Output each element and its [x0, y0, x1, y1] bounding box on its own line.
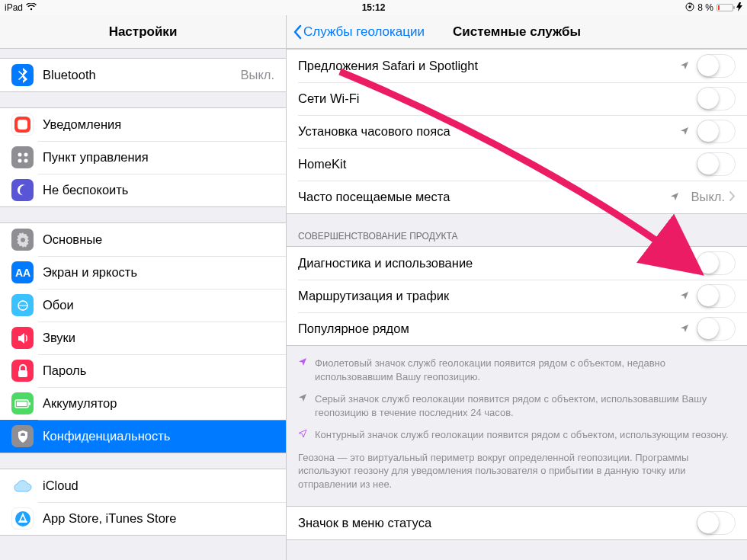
privacy-icon — [11, 425, 34, 447]
sidebar-item-icloud[interactable]: iCloud — [0, 469, 286, 502]
svg-rect-12 — [17, 402, 27, 406]
sidebar-item-sounds[interactable]: Звуки — [0, 322, 286, 354]
back-label: Службы геолокации — [303, 24, 425, 40]
row-label: Установка часового пояса — [298, 124, 680, 139]
sidebar-item-wallpaper[interactable]: Обои — [0, 289, 286, 322]
status-bar: iPad 15:12 8 % — [0, 0, 747, 15]
svg-point-3 — [24, 152, 27, 156]
sidebar-item-battery[interactable]: Аккумулятор — [0, 387, 286, 420]
bluetooth-icon — [11, 64, 34, 86]
sidebar-item-bluetooth[interactable]: Bluetooth Выкл. — [0, 59, 286, 91]
svg-rect-10 — [18, 370, 27, 377]
toggle[interactable] — [697, 152, 736, 176]
charging-icon — [736, 2, 742, 14]
sidebar-title: Настройки — [109, 24, 178, 40]
legend-text: Серый значок служб геолокации появится р… — [315, 392, 736, 419]
detail-nav: Службы геолокации Системные службы — [287, 15, 747, 49]
battery-pct: 8 % — [697, 2, 713, 13]
row-value: Выкл. — [691, 190, 725, 204]
sidebar-label: Bluetooth — [43, 68, 241, 82]
row-label: Часто посещаемые места — [298, 190, 670, 204]
app-store-icon — [11, 507, 34, 530]
legend-text: Контурный значок служб геолокации появит… — [315, 428, 736, 442]
sidebar-item-app-store[interactable]: App Store, iTunes Store — [0, 502, 286, 535]
row-label: Предложения Safari и Spotlight — [298, 59, 680, 73]
toggle[interactable] — [697, 54, 736, 78]
icloud-icon — [11, 475, 34, 497]
location-icon-outline — [298, 428, 307, 442]
toggle[interactable] — [697, 251, 736, 275]
location-icon — [680, 290, 689, 303]
sidebar-item-passcode[interactable]: Пароль — [0, 354, 286, 387]
toggle[interactable] — [697, 511, 736, 535]
row-wifi-networks[interactable]: Сети Wi-Fi — [287, 82, 747, 115]
back-button[interactable]: Службы геолокации — [293, 24, 425, 40]
row-safari-spotlight[interactable]: Предложения Safari и Spotlight — [287, 50, 747, 82]
sidebar-item-display[interactable]: AA Экран и яркость — [0, 256, 286, 289]
location-icon-gray — [298, 392, 307, 419]
sidebar-label: Звуки — [43, 331, 274, 345]
toggle[interactable] — [697, 284, 736, 308]
settings-sidebar: Настройки Bluetooth Выкл. Уведомления Пу… — [0, 15, 287, 560]
control-center-icon — [11, 146, 34, 168]
svg-point-7 — [21, 238, 25, 242]
sidebar-label: Конфиденциальность — [43, 429, 274, 443]
sidebar-label: Основные — [43, 232, 274, 247]
battery-icon — [717, 4, 733, 11]
row-homekit[interactable]: HomeKit — [287, 148, 747, 181]
legend: Фиолетовый значок служб геолокации появи… — [287, 346, 747, 492]
row-routing-traffic[interactable]: Маршрутизация и трафик — [287, 280, 747, 312]
sidebar-item-general[interactable]: Основные — [0, 223, 286, 256]
sidebar-nav: Настройки — [0, 15, 286, 49]
row-label: Маршрутизация и трафик — [298, 289, 680, 303]
row-popular-nearby[interactable]: Популярное рядом — [287, 312, 747, 345]
sidebar-label: Уведомления — [43, 117, 274, 132]
chevron-right-icon — [729, 190, 736, 204]
wifi-icon — [26, 2, 37, 13]
legend-paragraph: Геозона — это виртуальный периметр вокру… — [298, 451, 736, 491]
location-icon — [670, 190, 679, 204]
toggle[interactable] — [697, 317, 736, 341]
detail-title: Системные службы — [453, 24, 581, 40]
toggle[interactable] — [697, 120, 736, 143]
sidebar-item-dnd[interactable]: Не беспокоить — [0, 174, 286, 206]
legend-text: Фиолетовый значок служб геолокации появи… — [315, 357, 736, 383]
sidebar-item-notifications[interactable]: Уведомления — [0, 108, 286, 141]
sidebar-label: Не беспокоить — [43, 183, 274, 197]
sidebar-label: iCloud — [43, 478, 274, 493]
wallpaper-icon — [11, 294, 34, 316]
row-status-icon[interactable]: Значок в меню статуса — [287, 507, 747, 539]
sidebar-label: Обои — [43, 298, 274, 312]
sidebar-item-privacy[interactable]: Конфиденциальность — [0, 420, 286, 453]
gear-icon — [11, 229, 34, 251]
row-label: Значок в меню статуса — [298, 516, 697, 530]
detail-pane: Службы геолокации Системные службы Предл… — [287, 15, 747, 560]
sidebar-label: Пароль — [43, 363, 274, 378]
location-icon — [680, 59, 689, 73]
row-label: HomeKit — [298, 157, 697, 171]
row-frequent-locations[interactable]: Часто посещаемые места Выкл. — [287, 181, 747, 213]
row-label: Диагностика и использование — [298, 256, 697, 270]
dnd-icon — [11, 179, 34, 201]
location-icon — [680, 322, 689, 336]
carrier-label: iPad — [5, 2, 23, 13]
row-diagnostics[interactable]: Диагностика и использование — [287, 247, 747, 280]
notifications-icon — [11, 114, 34, 136]
sidebar-value: Выкл. — [241, 68, 274, 82]
sounds-icon — [11, 327, 34, 349]
clock: 15:12 — [362, 2, 386, 13]
location-icon — [680, 125, 689, 139]
sidebar-label: App Store, iTunes Store — [43, 511, 274, 526]
row-label: Популярное рядом — [298, 322, 680, 336]
row-label: Сети Wi-Fi — [298, 91, 697, 106]
svg-point-2 — [18, 152, 21, 156]
row-timezone[interactable]: Установка часового пояса — [287, 115, 747, 148]
sidebar-item-control-center[interactable]: Пункт управления — [0, 141, 286, 174]
location-icon-purple — [298, 357, 307, 383]
svg-text:AA: AA — [15, 267, 30, 279]
toggle[interactable] — [697, 87, 736, 110]
group-header: СОВЕРШЕНСТВОВАНИЕ ПРОДУКТА — [287, 214, 747, 246]
sidebar-label: Экран и яркость — [43, 265, 274, 280]
svg-point-4 — [18, 158, 21, 162]
svg-rect-13 — [29, 402, 30, 405]
